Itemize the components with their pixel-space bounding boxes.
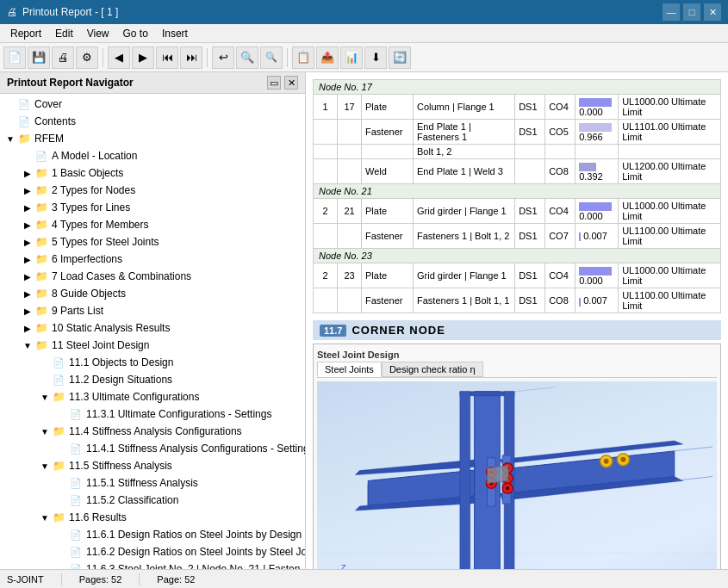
toggle-imperfections[interactable]: ▶ xyxy=(21,252,34,266)
doc-icon-cover: 📄 xyxy=(17,97,31,111)
nav-restore-button[interactable]: ▭ xyxy=(267,76,281,90)
label-static-analysis: 10 Static Analysis Results xyxy=(52,322,170,334)
toggle-load-cases[interactable]: ▶ xyxy=(21,269,34,283)
label-types-nodes: 2 Types for Nodes xyxy=(52,184,135,196)
toggle-steel-joint[interactable]: ▼ xyxy=(21,338,34,352)
label-types-steel: 5 Types for Steel Joints xyxy=(52,236,159,248)
content-scroll[interactable]: Node No. 17 1 17 Plate Column | Flange 1… xyxy=(306,72,728,569)
svg-line-38 xyxy=(675,447,712,451)
svg-text:Z: Z xyxy=(341,563,346,569)
tree-item-11-4-1[interactable]: 📄 11.4.1 Stiffness Analysis Configuratio… xyxy=(0,440,305,457)
prev-button[interactable]: ◀ xyxy=(108,46,130,69)
tree-item-load-cases[interactable]: ▶ 📁 7 Load Cases & Combinations xyxy=(0,268,305,285)
last-button[interactable]: ⏭ xyxy=(180,46,202,69)
label-steel-joint-design: 11 Steel Joint Design xyxy=(52,339,149,351)
label-11-4-1: 11.4.1 Stiffness Analysis Configurations… xyxy=(86,443,305,455)
toggle-basic[interactable]: ▶ xyxy=(21,166,34,180)
toggle-parts[interactable]: ▶ xyxy=(21,304,34,318)
tree-item-11-3-1[interactable]: 📄 11.3.1 Ultimate Configurations - Setti… xyxy=(0,405,305,423)
tab-steel-joints[interactable]: Steel Joints xyxy=(317,362,382,377)
tree-item-rfem[interactable]: ▼ 📁 RFEM xyxy=(0,130,305,147)
toggle-11-5-1 xyxy=(55,476,69,490)
first-button[interactable]: ⏮ xyxy=(156,46,178,69)
toggle-rfem[interactable]: ▼ xyxy=(3,132,17,145)
chart-button[interactable]: 📊 xyxy=(340,46,363,69)
menu-insert[interactable]: Insert xyxy=(155,26,195,41)
toggle-11-4[interactable]: ▼ xyxy=(38,424,52,438)
close-button[interactable]: ✕ xyxy=(704,3,721,21)
menu-edit[interactable]: Edit xyxy=(48,26,80,41)
next-button[interactable]: ▶ xyxy=(132,46,154,69)
tree-item-11-5-2[interactable]: 📄 11.5.2 Classification xyxy=(0,492,305,509)
toggle-static[interactable]: ▶ xyxy=(21,321,34,335)
tree-item-basic-objects[interactable]: ▶ 📁 1 Basic Objects xyxy=(0,164,305,182)
tree-item-11-6-1[interactable]: 📄 11.6.1 Design Ratios on Steel Joints b… xyxy=(0,526,305,543)
toggle-nodes[interactable]: ▶ xyxy=(21,183,34,197)
tree-item-ultimate-config[interactable]: ▼ 📁 11.3 Ultimate Configurations xyxy=(0,388,305,405)
menu-view[interactable]: View xyxy=(80,26,116,41)
download-button[interactable]: ⬇ xyxy=(364,46,387,69)
tree-item-steel-joint-design[interactable]: ▼ 📁 11 Steel Joint Design xyxy=(0,337,305,354)
doc-icon-11-6-3: 📄 xyxy=(69,562,83,569)
export-button[interactable]: 📤 xyxy=(316,46,339,69)
tree-item-contents[interactable]: 📄 Contents xyxy=(0,113,305,130)
toggle-11-3[interactable]: ▼ xyxy=(38,390,52,404)
menu-report[interactable]: Report xyxy=(3,26,48,41)
toggle-11-3-1 xyxy=(55,407,69,421)
doc-icon-11-3-1: 📄 xyxy=(69,407,83,421)
toggle-11-6-2 xyxy=(55,545,69,559)
menu-goto[interactable]: Go to xyxy=(116,26,155,41)
folder-icon-members: 📁 xyxy=(34,218,48,232)
label-11-5-1: 11.5.1 Stiffness Analysis xyxy=(86,477,198,489)
toggle-11-6[interactable]: ▼ xyxy=(38,511,52,524)
tree-item-model-location[interactable]: 📄 A Model - Location xyxy=(0,147,305,164)
back-button[interactable]: ↩ xyxy=(212,46,234,69)
tree-item-types-steel[interactable]: ▶ 📁 5 Types for Steel Joints xyxy=(0,233,305,251)
tree-item-stiffness-analysis[interactable]: ▼ 📁 11.5 Stiffness Analysis xyxy=(0,457,305,474)
table-row: Weld End Plate 1 | Weld 3 CO8 0.392 UL12… xyxy=(314,159,721,184)
content-table: Node No. 17 1 17 Plate Column | Flange 1… xyxy=(313,79,721,313)
print-button[interactable]: 🖨 xyxy=(52,46,74,69)
save-button[interactable]: 💾 xyxy=(28,46,50,69)
settings-button[interactable]: ⚙ xyxy=(76,46,98,69)
maximize-button[interactable]: □ xyxy=(683,3,700,21)
tree-item-types-nodes[interactable]: ▶ 📁 2 Types for Nodes xyxy=(0,182,305,199)
label-11-5-2: 11.5.2 Classification xyxy=(86,494,178,506)
tree-item-cover[interactable]: 📄 Cover xyxy=(0,96,305,113)
tree-item-types-members[interactable]: ▶ 📁 4 Types for Members xyxy=(0,216,305,233)
tree-item-results[interactable]: ▼ 📁 11.6 Results xyxy=(0,509,305,526)
nav-close-button[interactable]: ✕ xyxy=(284,76,298,90)
refresh-button[interactable]: 🔄 xyxy=(389,46,411,69)
tree-item-11-5-1[interactable]: 📄 11.5.1 Stiffness Analysis xyxy=(0,474,305,492)
svg-point-18 xyxy=(620,457,625,462)
tree-item-stiffness-config[interactable]: ▼ 📁 11.4 Stiffness Analysis Configuratio… xyxy=(0,423,305,440)
toggle-lines[interactable]: ▶ xyxy=(21,201,34,214)
toggle-guide[interactable]: ▶ xyxy=(21,287,34,300)
zoom-in-button[interactable]: 🔍 xyxy=(236,46,258,69)
content-panel: Node No. 17 1 17 Plate Column | Flange 1… xyxy=(306,72,728,569)
tab-design-check[interactable]: Design check ratio η xyxy=(382,362,483,377)
new-button[interactable]: 📄 xyxy=(3,46,26,69)
minimize-button[interactable]: — xyxy=(663,3,680,21)
zoom-out-button[interactable]: 🔍 xyxy=(260,46,283,69)
menu-bar: Report Edit View Go to Insert xyxy=(0,24,728,43)
copy-button[interactable]: 📋 xyxy=(292,46,314,69)
tree-item-parts-list[interactable]: ▶ 📁 9 Parts List xyxy=(0,302,305,319)
tree-item-imperfections[interactable]: ▶ 📁 6 Imperfections xyxy=(0,251,305,268)
tree-item-guide-objects[interactable]: ▶ 📁 8 Guide Objects xyxy=(0,285,305,302)
toggle-members[interactable]: ▶ xyxy=(21,218,34,232)
label-11-3-1: 11.3.1 Ultimate Configurations - Setting… xyxy=(86,408,271,420)
tree-item-design-situations[interactable]: 📄 11.2 Design Situations xyxy=(0,371,305,388)
label-load-cases: 7 Load Cases & Combinations xyxy=(52,270,191,282)
tree-item-objects-design[interactable]: 📄 11.1 Objects to Design xyxy=(0,354,305,371)
tree-item-types-lines[interactable]: ▶ 📁 3 Types for Lines xyxy=(0,199,305,216)
doc-icon-11-5-2: 📄 xyxy=(69,493,83,507)
tree-item-static-analysis[interactable]: ▶ 📁 10 Static Analysis Results xyxy=(0,319,305,337)
toggle-steel-types[interactable]: ▶ xyxy=(21,235,34,249)
tree-item-11-6-3[interactable]: 📄 11.6.3 Steel Joint No. 2 | Node No. 21… xyxy=(0,560,305,569)
tree-item-11-6-2[interactable]: 📄 11.6.2 Design Ratios on Steel Joints b… xyxy=(0,543,305,560)
folder-icon-11-5: 📁 xyxy=(52,459,65,473)
label-cover: Cover xyxy=(34,98,62,110)
toggle-11-5[interactable]: ▼ xyxy=(38,459,52,473)
steel-joint-box: Steel Joint Design Steel Joints Design c… xyxy=(313,344,721,569)
